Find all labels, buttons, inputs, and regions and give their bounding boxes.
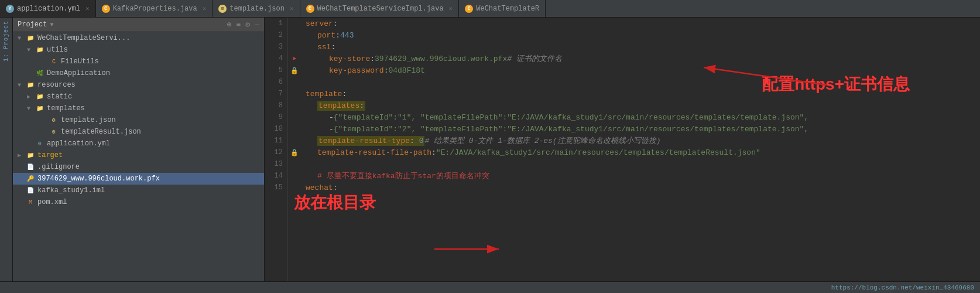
line-num-13: 13: [265, 158, 287, 170]
tab-wechat-impl[interactable]: C WeChatTemplateServiceImpl.java ✕: [300, 0, 460, 17]
code-line-12: template-result-file-path: "E:/JAVA/kafk…: [306, 146, 980, 158]
tab-close-icon[interactable]: ✕: [203, 5, 207, 12]
gutter: ➤ 🔒 🔒: [288, 18, 301, 281]
tree-item-utils[interactable]: ▼ 📁 utils: [13, 44, 264, 56]
json-file-icon-2: ⚙: [49, 127, 59, 137]
folder-icon: 📁: [26, 80, 35, 90]
comment-kafka: # 尽量不要直接kafka防止于star的项目命名冲突: [317, 171, 489, 181]
tree-item-wechat-servi[interactable]: ▼ 📁 WeChatTemplateServi...: [13, 32, 264, 44]
key-port: port: [317, 31, 335, 40]
tree-item-template-json[interactable]: ⚙ template.json: [13, 114, 264, 126]
tree-item-gitignore[interactable]: 📄 .gitignore: [13, 161, 264, 173]
main-area: 1: Project Project ▼ ⊕ ≡ ⚙ — ▼ 📁 WeChatT…: [0, 18, 980, 281]
code-line-8: templates:: [306, 100, 980, 111]
code-line-3: ssl:: [306, 41, 980, 53]
folder-icon: 📁: [35, 45, 44, 54]
tree-item-templateresult-json[interactable]: ⚙ templateResult.json: [13, 126, 264, 138]
templates-keyword: templates:: [317, 101, 365, 111]
project-label: Project: [18, 21, 47, 29]
json-icon: ⚙: [218, 5, 227, 13]
settings-icon[interactable]: ⚙: [245, 20, 250, 29]
side-panel-toggle[interactable]: 1: Project: [0, 18, 13, 281]
key-result-path: template-result-file-path: [317, 148, 431, 157]
code-line-13: [306, 158, 980, 170]
folder-icon: 📁: [35, 92, 44, 101]
code-line-15: wechat:: [306, 182, 980, 193]
key-keystore: key-store: [329, 54, 370, 63]
lock-icon: 🔒: [290, 67, 299, 74]
line-num-10: 10: [265, 123, 287, 135]
tree-item-static[interactable]: ▶ 📁 static: [13, 91, 264, 103]
close-panel-icon[interactable]: —: [255, 21, 259, 29]
locate-icon[interactable]: ⊕: [227, 20, 232, 29]
key-ssl: ssl: [317, 43, 331, 52]
project-panel-label[interactable]: 1: Project: [3, 21, 9, 62]
folder-icon: 📁: [26, 151, 35, 160]
tree-arrow: ▼: [27, 47, 35, 53]
tree-item-pfx[interactable]: 🔑 3974629_www.996cloud.work.pfx: [13, 173, 264, 185]
tab-close-icon[interactable]: ✕: [290, 5, 294, 12]
code-lines: server: port: 443 ssl: key-store: 397462…: [301, 18, 980, 281]
tree-item-fileutils[interactable]: C FileUtils: [13, 56, 264, 67]
tab-wechat-template[interactable]: C WeChatTemplateR: [459, 0, 546, 17]
line-num-15: 15: [265, 182, 287, 193]
code-line-9: - {"templateId":"1", "templateFilePath":…: [306, 111, 980, 123]
yaml-file-icon: ⚙: [35, 139, 44, 148]
line-num-7: 7: [265, 88, 287, 100]
chevron-down-icon: ▼: [50, 22, 53, 28]
tree-item-iml[interactable]: 📄 kafka_study1.iml: [13, 185, 264, 196]
tree-item-pom[interactable]: M pom.xml: [13, 196, 264, 208]
code-line-10: - {"templateId":"2", "templateFilePath":…: [306, 123, 980, 135]
tab-kafka-properties[interactable]: C KafkaProperties.java ✕: [96, 0, 213, 17]
folder-blue-icon: 📁: [26, 33, 35, 43]
line-num-4: 4: [265, 53, 287, 64]
line-num-1: 1: [265, 18, 287, 29]
key-template: template: [306, 90, 342, 98]
tab-close-icon[interactable]: ✕: [449, 5, 453, 12]
line-num-3: 3: [265, 41, 287, 53]
tab-template-json[interactable]: ⚙ template.json ✕: [213, 0, 300, 17]
code-line-2: port: 443: [306, 29, 980, 41]
code-line-6: [306, 76, 980, 88]
code-line-11: template-result-type: 0 # 结果类型 0-文件 1-数据…: [306, 135, 980, 146]
tree-arrow: ▼: [18, 82, 26, 88]
tab-close-icon[interactable]: ✕: [85, 5, 90, 12]
result-type-highlight: template-result-type: 0: [317, 136, 424, 146]
status-bar: https://blog.csdn.net/weixin_43469680: [0, 281, 980, 293]
code-line-5: key-password: 04d8F18t: [306, 64, 980, 76]
tab-bar: Y application.yml ✕ C KafkaProperties.ja…: [0, 0, 980, 18]
tree-item-target[interactable]: ▶ 📁 target: [13, 149, 264, 161]
tree-arrow: ▶: [18, 152, 26, 159]
code-editor[interactable]: 1 2 3 4 5 6 7 8 9 10 11 12 13 14 15: [265, 18, 980, 281]
project-title: Project ▼: [18, 21, 53, 29]
code-line-14: # 尽量不要直接kafka防止于star的项目命名冲突: [306, 170, 980, 182]
pfx-file-icon: 🔑: [26, 174, 35, 183]
tree-item-resources[interactable]: ▼ 📁 resources: [13, 79, 264, 91]
key-password: key-password: [329, 66, 384, 75]
key-server: server: [306, 19, 333, 28]
project-header: Project ▼ ⊕ ≡ ⚙ —: [13, 18, 264, 32]
iml-file-icon: 📄: [26, 186, 35, 195]
folder-icon: 📁: [35, 104, 44, 113]
tree-item-application-yml[interactable]: ⚙ application.yml: [13, 138, 264, 149]
line-num-2: 2: [265, 29, 287, 41]
java-icon-3: C: [465, 5, 473, 13]
yaml-icon: Y: [6, 5, 14, 13]
line-num-9: 9: [265, 111, 287, 123]
collapse-icon[interactable]: ≡: [237, 21, 241, 29]
lock-icon-2: 🔒: [290, 149, 299, 156]
key-wechat: wechat: [306, 183, 333, 192]
code-content: 1 2 3 4 5 6 7 8 9 10 11 12 13 14 15: [265, 18, 980, 281]
tab-application-yml[interactable]: Y application.yml ✕: [0, 0, 96, 17]
java-file-icon: C: [49, 57, 59, 66]
tree-item-demoapplication[interactable]: 🌿 DemoApplication: [13, 67, 264, 79]
git-file-icon: 📄: [26, 162, 35, 172]
java-icon: C: [102, 5, 110, 13]
tree-arrow: ▼: [18, 35, 26, 42]
java-icon-2: C: [306, 5, 314, 13]
line-num-12: 12: [265, 146, 287, 158]
tree-item-templates[interactable]: ▼ 📁 templates: [13, 103, 264, 114]
pom-file-icon: M: [26, 197, 35, 207]
code-line-4: key-store: 3974629_www.996cloud.work.pfx…: [306, 53, 980, 64]
line-numbers: 1 2 3 4 5 6 7 8 9 10 11 12 13 14 15: [265, 18, 288, 281]
